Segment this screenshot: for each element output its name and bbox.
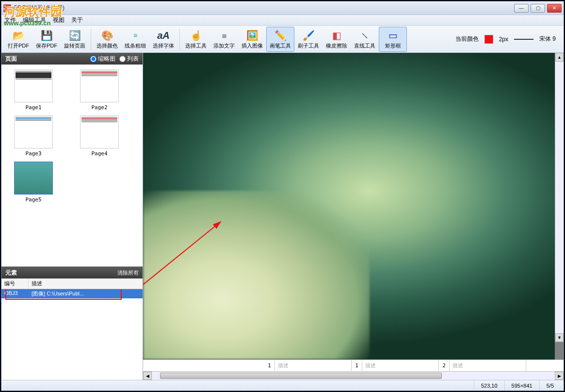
select-font-button[interactable]: aA选择字体	[149, 27, 178, 52]
toolbar-separator	[91, 29, 91, 50]
app-window: PDF编辑器(未注册) — ▢ ✕ 文件 编辑工具 视图 关于 📂打开PDF 💾…	[1, 1, 564, 391]
paint-tool-button[interactable]: 🖌️刷子工具	[294, 27, 323, 52]
document-canvas[interactable]	[143, 53, 555, 359]
toolbar: 📂打开PDF 💾保存PDF 🔄旋转页面 🎨选择颜色 ≡线条粗细 aA选择字体 ☝…	[1, 26, 564, 53]
current-color-label: 当前颜色	[455, 35, 479, 43]
rotate-page-button[interactable]: 🔄旋转页面	[61, 27, 89, 52]
pages-pane-header: 页面 缩略图 列表	[1, 53, 143, 65]
elements-rows: OBJ3 [图像] C:\Users\Publ...	[1, 289, 143, 380]
rotate-icon: 🔄	[68, 29, 81, 42]
canvas-area[interactable]: ▲ ▼	[143, 53, 564, 359]
brush-tool-button[interactable]: ✏️画笔工具	[266, 27, 294, 52]
menu-view[interactable]: 视图	[53, 16, 65, 24]
index-cell[interactable]: 1	[352, 360, 362, 371]
page-thumb-selected[interactable]: Page5	[4, 162, 63, 203]
page-thumb[interactable]: Page3	[4, 115, 63, 157]
status-coords: 523,10	[474, 380, 504, 391]
window-title: PDF编辑器(未注册)	[14, 4, 514, 12]
scroll-thumb[interactable]	[160, 373, 442, 379]
line-tool-button[interactable]: ⟍直线工具	[351, 27, 379, 52]
app-icon	[3, 4, 11, 12]
eraser-icon: ◧	[330, 29, 343, 42]
line-icon: ⟍	[358, 29, 371, 42]
page-thumbnails: Page1 Page2 Page3 Page4 Page5	[1, 65, 143, 266]
stroke-width-label: 2px	[499, 36, 508, 43]
current-color-swatch[interactable]	[484, 35, 493, 44]
vertical-scrollbar[interactable]: ▲ ▼	[555, 53, 564, 342]
index-desc[interactable]: 描述	[450, 360, 526, 371]
open-pdf-button[interactable]: 📂打开PDF	[4, 27, 32, 52]
status-page-nav: 5/5	[539, 380, 561, 391]
font-icon: aA	[157, 29, 170, 42]
rectangle-icon: ▭	[386, 29, 400, 42]
palette-icon: 🎨	[100, 29, 114, 42]
toolbar-status: 当前颜色 2px 宋体 9	[455, 35, 561, 44]
scroll-down-icon[interactable]: ▼	[555, 333, 564, 342]
page-thumb[interactable]: Page1	[4, 69, 63, 111]
index-desc[interactable]: 描述	[275, 360, 352, 371]
save-icon: 💾	[40, 29, 53, 42]
titlebar: PDF编辑器(未注册) — ▢ ✕	[1, 1, 564, 15]
select-color-button[interactable]: 🎨选择颜色	[93, 27, 121, 52]
statusbar: 523,10 595×841 5/5	[1, 380, 564, 391]
minimize-button[interactable]: —	[514, 4, 529, 13]
page-thumb[interactable]: Page2	[70, 69, 129, 111]
pages-pane-title: 页面	[5, 55, 86, 63]
image-content	[143, 191, 370, 359]
element-row[interactable]: OBJ3 [图像] C:\Users\Publ...	[1, 289, 143, 298]
footer-index-strip: 1 描述 1 描述 2 描述	[143, 359, 564, 371]
content-area: 页面 缩略图 列表 Page1 Page2 Page3 Page4 Page5 …	[1, 53, 564, 380]
image-icon: 🖼️	[245, 29, 259, 42]
text-lines-icon: ≣	[217, 29, 231, 42]
toolbar-separator	[179, 29, 180, 50]
clear-all-button[interactable]: 清除所有	[117, 269, 139, 277]
pointer-icon: ☝️	[189, 29, 203, 42]
font-label: 宋体 9	[539, 35, 556, 43]
col-desc: 描述	[29, 278, 143, 289]
col-id: 编号	[1, 278, 29, 289]
index-cell[interactable]: 2	[439, 360, 450, 371]
paintbrush-icon: 🖌️	[302, 29, 315, 42]
scroll-up-icon[interactable]: ▲	[555, 53, 564, 62]
pencil-icon: ✏️	[274, 29, 287, 42]
line-weight-icon: ≡	[129, 29, 142, 42]
menubar: 文件 编辑工具 视图 关于	[1, 15, 564, 26]
elements-table-header: 编号 描述	[1, 278, 143, 289]
elements-pane: 元素 清除所有 编号 描述 OBJ3 [图像] C:\Users\Publ...	[1, 266, 143, 380]
close-button[interactable]: ✕	[547, 4, 562, 13]
view-thumb-radio[interactable]: 缩略图	[90, 55, 115, 63]
folder-open-icon: 📂	[12, 29, 25, 42]
add-text-button[interactable]: ≣添加文字	[210, 27, 238, 52]
save-pdf-button[interactable]: 💾保存PDF	[32, 27, 61, 52]
horizontal-scrollbar[interactable]: ◀ ▶	[143, 371, 564, 380]
stroke-sample	[514, 39, 533, 40]
menu-edit-tools[interactable]: 编辑工具	[23, 16, 46, 24]
view-list-radio[interactable]: 列表	[119, 55, 139, 63]
line-weight-button[interactable]: ≡线条粗细	[121, 27, 149, 52]
page-thumb[interactable]: Page4	[70, 115, 129, 157]
eraser-tool-button[interactable]: ◧橡皮擦除	[323, 27, 351, 52]
rect-tool-button[interactable]: ▭矩形框	[379, 27, 407, 52]
maximize-button[interactable]: ▢	[531, 4, 545, 13]
select-tool-button[interactable]: ☝️选择工具	[182, 27, 210, 52]
scroll-right-icon[interactable]: ▶	[555, 372, 564, 380]
insert-image-button[interactable]: 🖼️插入图像	[238, 27, 266, 52]
elements-pane-header: 元素 清除所有	[1, 267, 143, 278]
sidebar: 页面 缩略图 列表 Page1 Page2 Page3 Page4 Page5 …	[1, 53, 143, 380]
scroll-left-icon[interactable]: ◀	[143, 372, 152, 380]
menu-file[interactable]: 文件	[4, 16, 16, 24]
canvas-panel: ▲ ▼ 1 描述 1 描述 2 描述 ◀	[143, 53, 564, 380]
index-cell[interactable]: 1	[264, 360, 275, 371]
index-desc[interactable]: 描述	[362, 360, 439, 371]
menu-about[interactable]: 关于	[71, 16, 83, 24]
elements-pane-title: 元素	[5, 269, 117, 277]
status-dimensions: 595×841	[504, 380, 539, 391]
